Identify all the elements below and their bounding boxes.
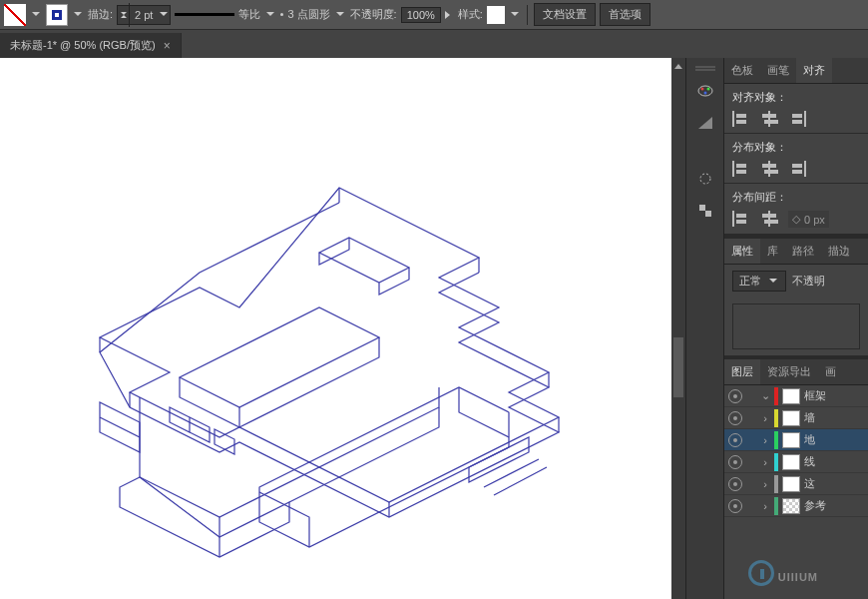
- dock-grip-icon[interactable]: [695, 66, 715, 68]
- layer-thumbnail: [782, 432, 800, 448]
- disclosure-icon[interactable]: ›: [760, 434, 770, 446]
- layer-row[interactable]: ›线: [724, 451, 868, 473]
- tab-asset-export[interactable]: 资源导出: [760, 359, 818, 384]
- visibility-toggle-icon[interactable]: [728, 411, 742, 425]
- profile-dropdown[interactable]: [264, 9, 276, 21]
- svg-marker-4: [698, 117, 712, 129]
- disclosure-icon[interactable]: ⌄: [760, 389, 770, 402]
- document-tab[interactable]: 未标题-1* @ 50% (RGB/预览) ×: [0, 33, 182, 58]
- tab-close-icon[interactable]: ×: [164, 39, 171, 53]
- layer-color-chip: [774, 387, 778, 405]
- layer-thumbnail: [782, 454, 800, 470]
- panel-tabs-layers: 图层 资源导出 画: [724, 359, 868, 385]
- disclosure-icon[interactable]: ›: [760, 500, 770, 512]
- fill-swatch[interactable]: [4, 4, 26, 26]
- layer-name: 线: [804, 454, 815, 469]
- layer-thumbnail: [782, 410, 800, 426]
- opacity-label: 不透明度:: [350, 7, 397, 22]
- artwork-isometric-drawing: [40, 138, 629, 599]
- layer-row[interactable]: ›墙: [724, 407, 868, 429]
- style-dropdown[interactable]: [509, 9, 521, 21]
- layer-name: 地: [804, 432, 815, 447]
- canvas-area[interactable]: [0, 58, 685, 599]
- spacing-input[interactable]: ◇0 px: [788, 211, 829, 228]
- distribute-top-icon[interactable]: [732, 161, 750, 177]
- watermark: UIIIUM: [748, 560, 818, 587]
- spacing-header: 分布间距：: [732, 190, 860, 205]
- tab-pathfinder[interactable]: 路径: [785, 239, 821, 264]
- panel-dock-strip: [685, 58, 723, 599]
- svg-rect-6: [699, 205, 705, 211]
- tab-swatches[interactable]: 色板: [724, 58, 760, 83]
- distribute-objects-header: 分布对象：: [732, 140, 860, 155]
- right-panel-group: 色板 画笔 对齐 对齐对象： 分布对象： 分布间距：: [723, 58, 868, 599]
- layers-list: ⌄框架›墙›地›线›这›参考: [724, 385, 868, 517]
- artboard[interactable]: [0, 58, 672, 599]
- disclosure-icon[interactable]: ›: [760, 456, 770, 468]
- stroke-weight-input[interactable]: 2 pt: [117, 5, 171, 25]
- graphic-style-swatch[interactable]: [487, 6, 505, 24]
- layer-row[interactable]: ›地: [724, 429, 868, 451]
- align-panel: 对齐对象：: [724, 84, 868, 134]
- visibility-toggle-icon[interactable]: [728, 455, 742, 469]
- layer-row[interactable]: ›参考: [724, 495, 868, 517]
- tab-title: 未标题-1* @ 50% (RGB/预览): [10, 38, 156, 53]
- blend-opacity-label: 不透明: [792, 274, 825, 289]
- layer-thumbnail: [782, 476, 800, 492]
- svg-point-1: [700, 88, 703, 91]
- disclosure-icon[interactable]: ›: [760, 412, 770, 424]
- brush-dropdown[interactable]: [334, 9, 346, 21]
- disclosure-icon[interactable]: ›: [760, 478, 770, 490]
- document-setup-button[interactable]: 文档设置: [534, 3, 596, 26]
- distribute-vcenter-icon[interactable]: [760, 161, 778, 177]
- blend-mode-dropdown[interactable]: 正常: [732, 271, 786, 292]
- stroke-panel-icon[interactable]: [695, 170, 715, 188]
- opacity-more-icon[interactable]: [445, 9, 454, 21]
- opacity-input[interactable]: 100%: [401, 7, 441, 23]
- appearance-preview-box: [732, 303, 860, 349]
- tab-layers[interactable]: 图层: [724, 359, 760, 384]
- scroll-up-icon[interactable]: [674, 60, 682, 69]
- stroke-profile-label: 等比: [238, 7, 260, 22]
- tab-artboards[interactable]: 画: [818, 359, 843, 384]
- preferences-button[interactable]: 首选项: [600, 3, 651, 26]
- tab-brushes[interactable]: 画笔: [760, 58, 796, 83]
- layer-row[interactable]: ›这: [724, 473, 868, 495]
- gradient-panel-icon[interactable]: [695, 114, 715, 132]
- visibility-toggle-icon[interactable]: [728, 389, 742, 403]
- align-right-icon[interactable]: [788, 111, 806, 127]
- layer-name: 框架: [804, 388, 826, 403]
- stroke-profile-preview[interactable]: [175, 13, 234, 16]
- scrollbar-thumb[interactable]: [673, 337, 683, 397]
- brush-preview[interactable]: 3 点圆形: [280, 7, 329, 22]
- visibility-toggle-icon[interactable]: [728, 477, 742, 491]
- layer-color-chip: [774, 475, 778, 493]
- layer-name: 参考: [804, 498, 826, 513]
- tab-libraries[interactable]: 库: [760, 239, 785, 264]
- top-toolbar: 描边: 2 pt 等比 3 点圆形 不透明度: 100% 样式: 文档设置 首选…: [0, 0, 868, 30]
- vertical-scrollbar[interactable]: [671, 58, 685, 599]
- tab-attributes[interactable]: 属性: [724, 239, 760, 264]
- stroke-swatch[interactable]: [46, 4, 68, 26]
- stroke-dropdown[interactable]: [72, 9, 84, 21]
- fill-dropdown[interactable]: [30, 9, 42, 21]
- visibility-toggle-icon[interactable]: [728, 433, 742, 447]
- transparency-panel-icon[interactable]: [695, 202, 715, 220]
- tab-stroke[interactable]: 描边: [821, 239, 857, 264]
- svg-rect-7: [705, 211, 711, 217]
- distribute-panel: 分布对象：: [724, 134, 868, 184]
- hspacing-icon[interactable]: [732, 211, 750, 227]
- layer-color-chip: [774, 431, 778, 449]
- align-left-icon[interactable]: [732, 111, 750, 127]
- visibility-toggle-icon[interactable]: [728, 499, 742, 513]
- layer-name: 这: [804, 476, 815, 491]
- tab-align[interactable]: 对齐: [796, 58, 832, 83]
- blend-mode-row: 正常 不透明: [724, 265, 868, 298]
- distribute-bottom-icon[interactable]: [788, 161, 806, 177]
- layer-color-chip: [774, 453, 778, 471]
- color-panel-icon[interactable]: [695, 82, 715, 100]
- panel-tabs-align: 色板 画笔 对齐: [724, 58, 868, 84]
- vspacing-icon[interactable]: [760, 211, 778, 227]
- align-hcenter-icon[interactable]: [760, 111, 778, 127]
- layer-row[interactable]: ⌄框架: [724, 385, 868, 407]
